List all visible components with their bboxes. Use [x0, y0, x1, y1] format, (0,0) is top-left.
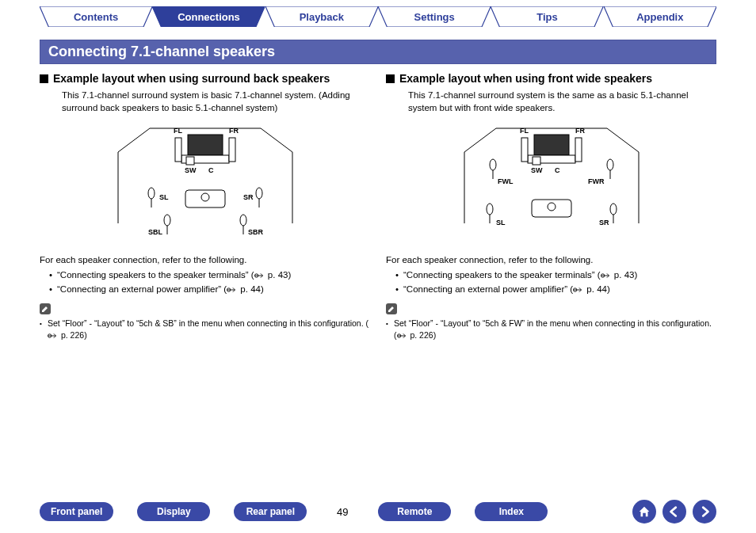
- label-c: C: [208, 166, 214, 174]
- svg-point-17: [164, 215, 170, 226]
- diagram-surround-back: FL FR SW C SL SR: [102, 120, 308, 247]
- column-right: Example layout when using front wide spe…: [386, 72, 716, 341]
- ref-item: “Connecting an external power amplifier”…: [49, 282, 370, 296]
- footer-rear-panel-button[interactable]: Rear panel: [234, 502, 307, 521]
- svg-rect-26: [521, 138, 528, 162]
- svg-point-29: [490, 159, 496, 170]
- label-sw: SW: [185, 166, 197, 174]
- label-fl: FL: [174, 127, 182, 135]
- pageref-icon[interactable]: [573, 284, 584, 294]
- pageref-icon[interactable]: [227, 284, 238, 294]
- label-sl: SL: [159, 193, 169, 201]
- pageref-icon[interactable]: [601, 270, 612, 280]
- svg-rect-10: [186, 157, 194, 165]
- tab-contents[interactable]: Contents: [40, 6, 152, 27]
- svg-rect-6: [188, 135, 223, 155]
- config-note-left: Set “Floor” - “Layout” to “5ch & SB” in …: [40, 318, 370, 341]
- tab-playback[interactable]: Playback: [265, 6, 378, 27]
- follow-text-right: For each speaker connection, refer to th…: [386, 255, 716, 265]
- footer-remote-button[interactable]: Remote: [378, 502, 451, 521]
- tab-settings[interactable]: Settings: [378, 6, 491, 27]
- label-c: C: [555, 166, 560, 174]
- svg-point-31: [607, 159, 613, 170]
- footer-index-button[interactable]: Index: [475, 502, 548, 521]
- label-fwl: FWL: [498, 177, 514, 185]
- follow-text-left: For each speaker connection, refer to th…: [40, 255, 370, 265]
- ref-item: “Connecting speakers to the speaker term…: [49, 268, 370, 282]
- top-tabs: Contents Connections Playback Settings T…: [0, 0, 756, 27]
- svg-point-12: [201, 193, 209, 201]
- footer-front-panel-button[interactable]: Front panel: [40, 502, 113, 521]
- label-fr: FR: [575, 127, 585, 135]
- pageref-icon[interactable]: [397, 330, 408, 340]
- svg-point-15: [256, 188, 262, 199]
- svg-point-37: [610, 204, 617, 215]
- ref-item: “Connecting speakers to the speaker term…: [395, 268, 716, 282]
- note-pencil-icon: [40, 303, 51, 314]
- footer-display-button[interactable]: Display: [137, 502, 210, 521]
- note-pencil-icon: [386, 303, 397, 314]
- column-left: Example layout when using surround back …: [40, 72, 370, 341]
- label-sw: SW: [531, 166, 543, 174]
- bullet-square-icon: [40, 74, 48, 83]
- svg-rect-9: [229, 138, 235, 162]
- footer-nav: Front panel Display Rear panel 49 Remote…: [0, 500, 756, 523]
- bullet-square-icon: [386, 74, 395, 83]
- next-page-icon[interactable]: [693, 500, 716, 523]
- pageref-icon[interactable]: [48, 330, 59, 340]
- section-title: Connecting 7.1-channel speakers: [40, 40, 716, 64]
- home-icon[interactable]: [632, 500, 656, 523]
- tab-appendix[interactable]: Appendix: [604, 6, 716, 27]
- label-sbl: SBL: [148, 228, 163, 236]
- label-fwr: FWR: [588, 177, 605, 185]
- label-fl: FL: [520, 127, 529, 135]
- content-columns: Example layout when using surround back …: [0, 72, 756, 341]
- config-note-right: Set “Floor” - “Layout” to “5ch & FW” in …: [386, 318, 716, 341]
- svg-point-19: [240, 215, 246, 226]
- label-sl: SL: [496, 219, 506, 227]
- svg-rect-24: [534, 135, 569, 155]
- tab-connections[interactable]: Connections: [152, 6, 265, 27]
- svg-point-34: [548, 203, 556, 211]
- svg-rect-8: [175, 138, 181, 162]
- label-sr: SR: [243, 193, 254, 201]
- svg-point-13: [148, 188, 155, 199]
- svg-rect-27: [575, 138, 582, 162]
- page-number: 49: [330, 506, 354, 518]
- label-sbr: SBR: [248, 228, 264, 236]
- label-sr: SR: [599, 219, 609, 227]
- refs-list-left: “Connecting speakers to the speaker term…: [49, 268, 370, 297]
- description-right: This 7.1-channel surround system is the …: [408, 89, 716, 114]
- diagram-front-wide: FL FR SW C FWL FWR SL: [449, 120, 655, 247]
- refs-list-right: “Connecting speakers to the speaker term…: [395, 268, 716, 297]
- svg-point-35: [487, 204, 493, 215]
- pageref-icon[interactable]: [254, 270, 265, 280]
- description-left: This 7.1-channel surround system is basi…: [62, 89, 370, 114]
- prev-page-icon[interactable]: [662, 500, 686, 523]
- ref-item: “Connecting an external power amplifier”…: [395, 282, 716, 296]
- subheading-left: Example layout when using surround back …: [40, 72, 370, 85]
- tab-tips[interactable]: Tips: [491, 6, 603, 27]
- svg-rect-28: [533, 157, 540, 165]
- subheading-right: Example layout when using front wide spe…: [386, 72, 716, 85]
- label-fr: FR: [229, 127, 239, 135]
